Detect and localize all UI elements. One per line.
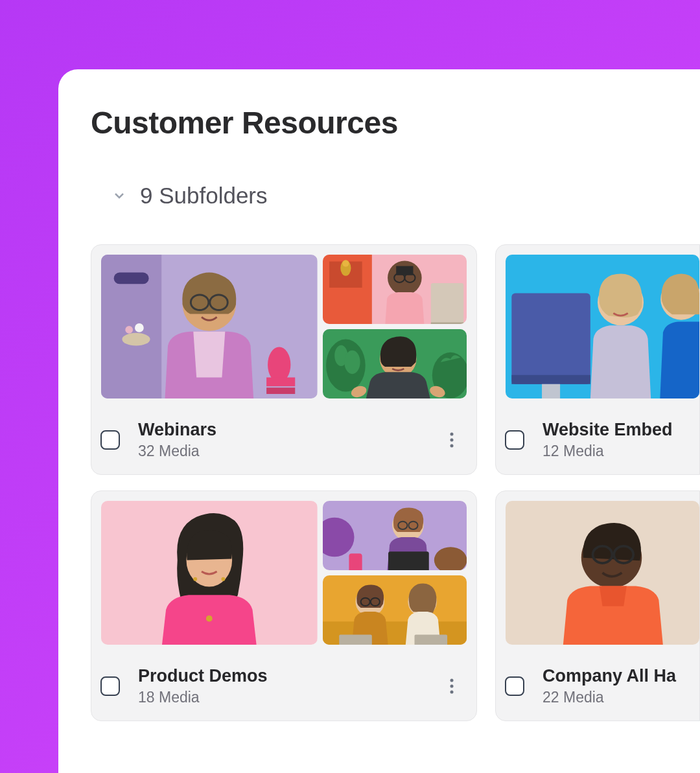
folder-card-product-demos[interactable]: Product Demos 18 Media xyxy=(91,490,477,721)
svg-rect-52 xyxy=(388,551,429,570)
folder-card-webinars[interactable]: Webinars 32 Media xyxy=(91,244,477,475)
thumbnail xyxy=(101,501,318,645)
folder-media-count: 32 Media xyxy=(138,443,422,460)
folder-meta: Webinars 32 Media xyxy=(138,420,422,460)
thumbnail xyxy=(323,255,467,324)
svg-rect-37 xyxy=(511,375,590,384)
page-title: Customer Resources xyxy=(91,105,700,141)
svg-rect-2 xyxy=(114,273,149,284)
chevron-down-icon xyxy=(110,187,128,205)
folder-checkbox[interactable] xyxy=(505,676,524,696)
svg-point-4 xyxy=(125,326,133,334)
svg-point-32 xyxy=(450,433,454,436)
svg-rect-38 xyxy=(542,384,560,398)
svg-point-27 xyxy=(344,351,360,374)
svg-rect-23 xyxy=(430,323,463,324)
folder-thumbnails xyxy=(496,491,699,654)
folder-card-footer: Company All Ha 22 Media xyxy=(496,654,699,721)
svg-point-44 xyxy=(193,577,197,581)
thumbnail xyxy=(506,255,699,398)
folder-meta: Product Demos 18 Media xyxy=(138,666,422,706)
svg-point-64 xyxy=(450,685,454,688)
more-options-button[interactable] xyxy=(440,675,463,698)
subfolders-count-label: 9 Subfolders xyxy=(140,183,268,209)
folder-grid: Webinars 32 Media xyxy=(91,244,700,721)
folder-title: Company All Ha xyxy=(542,666,686,686)
svg-point-46 xyxy=(206,616,213,622)
svg-rect-12 xyxy=(266,387,295,394)
svg-rect-53 xyxy=(349,553,362,570)
folder-meta: Company All Ha 22 Media xyxy=(542,666,686,706)
folder-checkbox[interactable] xyxy=(100,676,120,696)
thumbnail xyxy=(506,501,699,645)
folder-title: Webinars xyxy=(138,420,422,440)
svg-rect-22 xyxy=(430,283,463,324)
folder-media-count: 12 Media xyxy=(542,443,686,460)
thumbnail xyxy=(323,575,467,645)
thumbnail xyxy=(323,501,467,570)
svg-point-3 xyxy=(122,333,150,346)
more-options-button[interactable] xyxy=(440,428,463,452)
svg-rect-61 xyxy=(339,634,372,645)
svg-point-63 xyxy=(450,679,454,682)
folder-thumbnails xyxy=(91,491,476,654)
folder-card-website-embed[interactable]: Website Embed 12 Media xyxy=(495,244,700,475)
folder-title: Product Demos xyxy=(138,666,422,686)
folder-media-count: 18 Media xyxy=(138,689,422,706)
svg-point-34 xyxy=(450,444,454,448)
thumbnail xyxy=(323,329,467,398)
folder-checkbox[interactable] xyxy=(100,430,120,450)
folder-card-footer: Website Embed 12 Media xyxy=(496,408,699,474)
folder-title: Website Embed xyxy=(542,420,686,440)
svg-rect-62 xyxy=(414,634,447,645)
svg-point-45 xyxy=(221,577,225,581)
folder-card-footer: Webinars 32 Media xyxy=(91,408,476,474)
svg-point-10 xyxy=(268,347,290,382)
svg-point-17 xyxy=(342,260,349,267)
subfolders-toggle[interactable]: 9 Subfolders xyxy=(110,183,700,209)
folder-thumbnails xyxy=(91,245,476,408)
folder-media-count: 22 Media xyxy=(542,689,686,706)
folder-checkbox[interactable] xyxy=(505,430,524,450)
folder-thumbnails xyxy=(496,245,699,408)
svg-point-33 xyxy=(450,439,454,442)
folder-card-footer: Product Demos 18 Media xyxy=(91,654,476,721)
thumbnail xyxy=(101,255,318,398)
folder-card-company-all-hands[interactable]: Company All Ha 22 Media xyxy=(495,490,700,721)
svg-rect-11 xyxy=(266,377,295,386)
svg-point-5 xyxy=(135,323,144,332)
svg-point-65 xyxy=(450,691,454,694)
main-panel: Customer Resources 9 Subfolders xyxy=(58,69,700,773)
folder-meta: Website Embed 12 Media xyxy=(542,420,686,460)
svg-rect-36 xyxy=(511,294,590,384)
